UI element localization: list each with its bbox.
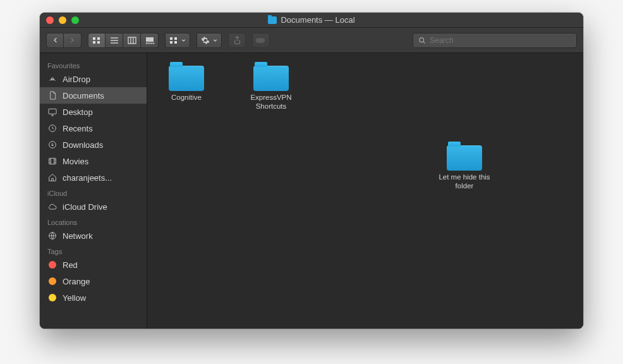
sidebar-item-recents[interactable]: Recents: [40, 120, 147, 136]
downloads-icon: [47, 140, 57, 150]
sidebar-item-desktop[interactable]: Desktop: [40, 104, 147, 120]
cloud-icon: [47, 202, 57, 212]
view-icon-button[interactable]: [88, 33, 106, 48]
tag-dot-icon: [47, 276, 57, 286]
folder-item-hidden[interactable]: Let me hide this folder: [432, 142, 497, 191]
svg-rect-26: [49, 158, 56, 164]
search-input[interactable]: [430, 36, 571, 45]
svg-rect-11: [146, 42, 148, 44]
folder-icon: [253, 66, 289, 91]
folder-item-cognitive[interactable]: Cognitive: [154, 62, 219, 111]
sidebar-item-airdrop[interactable]: AirDrop: [40, 71, 147, 87]
sidebar-section-favourites: Favourites: [40, 58, 147, 71]
network-icon: [47, 231, 57, 241]
movies-icon: [47, 156, 57, 166]
sidebar-item-label: Red: [63, 260, 78, 270]
sidebar-tag-yellow[interactable]: Yellow: [40, 289, 147, 306]
sidebar-item-label: charanjeets...: [63, 173, 112, 183]
window-title: Documents — Local: [40, 15, 583, 25]
svg-rect-15: [170, 37, 172, 40]
sidebar-item-network[interactable]: Network: [40, 228, 147, 244]
sidebar-item-downloads[interactable]: Downloads: [40, 136, 147, 153]
sidebar-item-label: Yellow: [63, 293, 86, 303]
view-mode-segment: [88, 33, 159, 48]
toolbar: [40, 28, 583, 53]
action-menu-button[interactable]: [197, 33, 222, 48]
sidebar-section-locations: Locations: [40, 215, 147, 228]
svg-rect-1: [97, 37, 100, 40]
tag-dot-icon: [47, 293, 57, 303]
svg-rect-19: [256, 38, 265, 43]
window-title-text: Documents — Local: [281, 15, 354, 25]
sidebar-item-label: Documents: [63, 91, 104, 100]
sidebar: Favourites AirDrop Documents Desktop Rec…: [40, 53, 147, 329]
svg-line-21: [423, 42, 425, 43]
sidebar-item-documents[interactable]: Documents: [40, 87, 147, 104]
svg-rect-0: [93, 37, 95, 40]
folder-item-expressvpn[interactable]: ExpressVPN Shortcuts: [238, 62, 304, 111]
sidebar-item-label: Orange: [63, 277, 90, 286]
svg-rect-18: [174, 41, 177, 44]
sidebar-item-label: Desktop: [63, 107, 93, 117]
file-item-label: Cognitive: [171, 94, 202, 102]
sidebar-item-label: AirDrop: [63, 75, 90, 84]
airdrop-icon: [47, 74, 57, 84]
folder-icon: [447, 145, 482, 171]
desktop-icon: [47, 107, 57, 117]
svg-rect-12: [148, 42, 150, 44]
sidebar-item-label: Network: [63, 231, 93, 241]
nav-forward-button[interactable]: [64, 33, 82, 48]
sidebar-tag-red[interactable]: Red: [40, 257, 147, 273]
svg-rect-3: [97, 41, 100, 44]
close-button[interactable]: [46, 16, 54, 24]
sidebar-item-label: iCloud Drive: [63, 202, 107, 212]
svg-rect-13: [150, 42, 152, 44]
file-item-label: Let me hide this folder: [432, 173, 497, 191]
view-gallery-button[interactable]: [141, 33, 159, 48]
view-list-button[interactable]: [106, 33, 123, 48]
sidebar-item-movies[interactable]: Movies: [40, 153, 147, 169]
sidebar-item-label: Movies: [63, 157, 88, 166]
window-controls: [46, 16, 79, 24]
sidebar-item-iclouddrive[interactable]: iCloud Drive: [40, 198, 147, 215]
folder-icon: [268, 16, 277, 24]
svg-rect-23: [49, 109, 56, 114]
sidebar-item-label: Downloads: [63, 140, 103, 150]
svg-rect-7: [128, 37, 136, 44]
svg-rect-10: [146, 37, 154, 42]
sidebar-tag-orange[interactable]: Orange: [40, 273, 147, 289]
share-button[interactable]: [228, 33, 246, 48]
search-field[interactable]: [413, 33, 577, 48]
sidebar-item-home[interactable]: charanjeets...: [40, 169, 147, 186]
svg-rect-2: [93, 41, 95, 44]
recents-icon: [47, 123, 57, 133]
sidebar-section-tags: Tags: [40, 244, 147, 257]
finder-window: Documents — Local: [40, 13, 583, 329]
home-icon: [47, 173, 57, 183]
svg-rect-17: [170, 41, 172, 44]
nav-back-button[interactable]: [46, 33, 64, 48]
documents-icon: [47, 90, 57, 100]
view-column-button[interactable]: [123, 33, 141, 48]
group-by-button[interactable]: [165, 33, 190, 48]
file-item-label: ExpressVPN Shortcuts: [238, 94, 304, 111]
svg-rect-14: [152, 42, 154, 44]
sidebar-section-icloud: iCloud: [40, 186, 147, 198]
titlebar[interactable]: Documents — Local: [40, 13, 583, 28]
sidebar-item-label: Recents: [63, 124, 93, 133]
minimize-button[interactable]: [59, 16, 66, 24]
search-icon: [418, 37, 426, 44]
tags-button[interactable]: [252, 33, 270, 48]
icon-grid: Cognitive ExpressVPN Shortcuts: [147, 53, 583, 120]
svg-rect-16: [174, 37, 177, 40]
svg-point-20: [420, 37, 424, 42]
tag-dot-icon: [47, 260, 57, 270]
folder-icon: [169, 66, 204, 91]
content-area[interactable]: Cognitive ExpressVPN Shortcuts Let me hi…: [147, 53, 583, 329]
fullscreen-button[interactable]: [71, 16, 79, 24]
